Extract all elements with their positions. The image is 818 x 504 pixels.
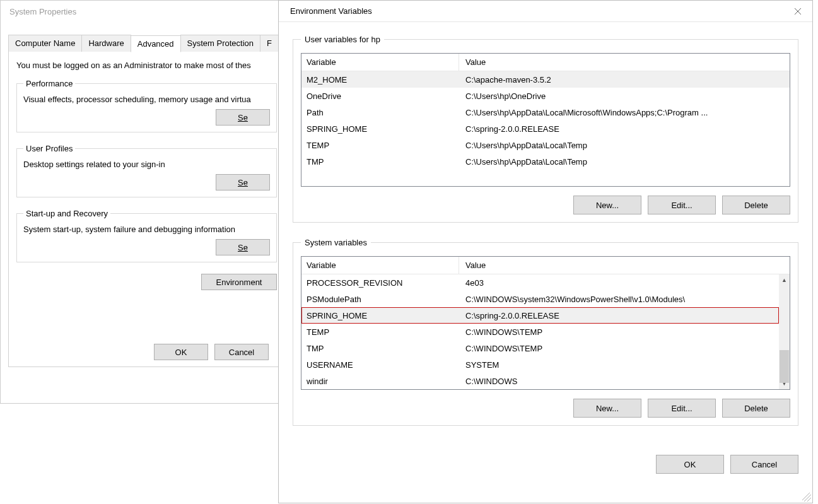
column-value[interactable]: Value xyxy=(459,54,790,71)
cell-variable: TEMP xyxy=(301,141,459,150)
column-variable[interactable]: Variable xyxy=(301,54,459,71)
tab-f[interactable]: F xyxy=(260,35,279,52)
scroll-thumb[interactable] xyxy=(780,350,789,383)
env-cancel-button[interactable]: Cancel xyxy=(730,455,798,474)
env-title-text: Environment Variables xyxy=(290,6,372,16)
cell-value: 4e03 xyxy=(459,278,779,288)
cell-variable: USERNAME xyxy=(301,360,459,370)
advanced-intro-text: You must be logged on as an Administrato… xyxy=(16,61,277,70)
list-item[interactable]: OneDriveC:\Users\hp\OneDrive xyxy=(301,88,790,104)
resize-grip-icon[interactable] xyxy=(802,493,811,501)
user-variables-legend: User variables for hp xyxy=(301,35,384,44)
tab-advanced[interactable]: Advanced xyxy=(131,35,181,52)
list-item[interactable]: TEMPC:\WINDOWS\TEMP xyxy=(301,324,779,340)
cell-value: SYSTEM xyxy=(459,360,779,370)
list-item[interactable]: PathC:\Users\hp\AppData\Local\Microsoft\… xyxy=(301,104,790,120)
cell-value: C:\WINDOWS\TEMP xyxy=(459,327,779,337)
cell-value: C:\Users\hp\AppData\Local\Microsoft\Wind… xyxy=(459,108,790,117)
section-legend: Start-up and Recovery xyxy=(23,209,110,218)
user-edit-button[interactable]: Edit... xyxy=(648,196,716,214)
user-list-header: Variable Value xyxy=(301,54,790,71)
list-item[interactable]: SPRING_HOMEC:\spring-2.0.0.RELEASE xyxy=(301,307,779,324)
cell-value: C:\apache-maven-3.5.2 xyxy=(459,75,790,85)
system-new-button[interactable]: New... xyxy=(573,399,641,418)
list-item[interactable]: TMPC:\WINDOWS\TEMP xyxy=(301,340,779,356)
section-settings-button[interactable]: Se xyxy=(216,174,270,190)
system-list-header: Variable Value xyxy=(301,257,790,274)
env-titlebar: Environment Variables xyxy=(279,1,812,22)
list-item[interactable]: TMPC:\Users\hp\AppData\Local\Temp xyxy=(301,153,790,170)
cell-variable: SPRING_HOME xyxy=(301,311,459,320)
list-item[interactable]: USERNAMESYSTEM xyxy=(301,356,779,373)
tab-system-protection[interactable]: System Protection xyxy=(180,35,261,52)
list-item[interactable]: TEMPC:\Users\hp\AppData\Local\Temp xyxy=(301,137,790,153)
tab-advanced-content: You must be logged on as an Administrato… xyxy=(8,52,285,367)
environment-variables-button[interactable]: Environment xyxy=(201,274,277,290)
cell-variable: TMP xyxy=(301,344,459,353)
system-variables-legend: System variables xyxy=(301,238,371,247)
env-ok-button[interactable]: OK xyxy=(656,455,724,474)
cell-variable: windir xyxy=(301,377,459,386)
cell-value: C:\WINDOWS xyxy=(459,377,779,386)
section-description: Visual effects, processor scheduling, me… xyxy=(23,95,270,104)
sysprop-tabstrip: Computer NameHardwareAdvancedSystem Prot… xyxy=(8,35,285,52)
cell-value: C:\Users\hp\AppData\Local\Temp xyxy=(459,141,790,150)
list-item[interactable]: windirC:\WINDOWS xyxy=(301,373,779,389)
cell-variable: TEMP xyxy=(301,327,459,337)
section-legend: Performance xyxy=(23,79,75,88)
cell-value: C:\spring-2.0.0.RELEASE xyxy=(459,311,779,320)
sysprop-ok-button[interactable]: OK xyxy=(154,344,208,360)
list-item[interactable]: PSModulePathC:\WINDOWS\system32\WindowsP… xyxy=(301,291,779,307)
cell-variable: SPRING_HOME xyxy=(301,124,459,134)
cell-variable: M2_HOME xyxy=(301,75,459,85)
cell-variable: OneDrive xyxy=(301,91,459,101)
cell-variable: Path xyxy=(301,108,459,117)
section-settings-button[interactable]: Se xyxy=(216,109,270,126)
cell-value: C:\WINDOWS\system32\WindowsPowerShell\v1… xyxy=(459,295,779,304)
cell-value: C:\WINDOWS\TEMP xyxy=(459,344,779,353)
scroll-up-icon[interactable]: ▲ xyxy=(781,274,787,286)
cell-value: C:\spring-2.0.0.RELEASE xyxy=(459,124,790,134)
section-user-profiles: User ProfilesDesktop settings related to… xyxy=(16,144,277,197)
user-variables-list[interactable]: Variable Value M2_HOMEC:\apache-maven-3.… xyxy=(301,53,790,187)
sysprop-cancel-button[interactable]: Cancel xyxy=(214,344,269,360)
cell-value: C:\Users\hp\AppData\Local\Temp xyxy=(459,157,790,167)
section-performance: PerformanceVisual effects, processor sch… xyxy=(16,79,277,132)
tab-hardware[interactable]: Hardware xyxy=(81,35,131,52)
system-variables-list[interactable]: Variable Value PROCESSOR_REVISION4e03PSM… xyxy=(301,256,790,390)
close-icon[interactable] xyxy=(783,1,812,21)
cell-value: C:\Users\hp\OneDrive xyxy=(459,91,790,101)
section-legend: User Profiles xyxy=(23,144,75,153)
environment-variables-window: Environment Variables User variables for… xyxy=(278,0,813,503)
system-delete-button[interactable]: Delete xyxy=(722,399,790,418)
list-item[interactable]: M2_HOMEC:\apache-maven-3.5.2 xyxy=(301,71,790,88)
cell-variable: PROCESSOR_REVISION xyxy=(301,278,459,288)
system-list-scrollbar[interactable]: ▲ ▼ xyxy=(779,274,790,389)
section-start-up-and-recovery: Start-up and RecoverySystem start-up, sy… xyxy=(16,209,277,262)
system-properties-title: System Properties xyxy=(1,1,293,22)
system-variables-group: System variables Variable Value PROCESSO… xyxy=(293,238,798,426)
user-new-button[interactable]: New... xyxy=(573,196,641,214)
section-description: Desktop settings related to your sign-in xyxy=(23,160,270,169)
section-description: System start-up, system failure and debu… xyxy=(23,225,270,234)
tab-computer-name[interactable]: Computer Name xyxy=(8,35,82,52)
column-value[interactable]: Value xyxy=(459,257,790,274)
section-settings-button[interactable]: Se xyxy=(216,239,270,255)
column-variable[interactable]: Variable xyxy=(301,257,459,274)
sysprop-title-text: System Properties xyxy=(9,7,76,16)
user-delete-button[interactable]: Delete xyxy=(722,196,790,214)
list-item[interactable]: PROCESSOR_REVISION4e03 xyxy=(301,274,779,291)
list-item[interactable]: SPRING_HOMEC:\spring-2.0.0.RELEASE xyxy=(301,120,790,137)
system-edit-button[interactable]: Edit... xyxy=(648,399,716,418)
system-properties-window: System Properties Computer NameHardwareA… xyxy=(0,0,293,404)
cell-variable: PSModulePath xyxy=(301,295,459,304)
user-variables-group: User variables for hp Variable Value M2_… xyxy=(293,35,798,223)
cell-variable: TMP xyxy=(301,157,459,167)
